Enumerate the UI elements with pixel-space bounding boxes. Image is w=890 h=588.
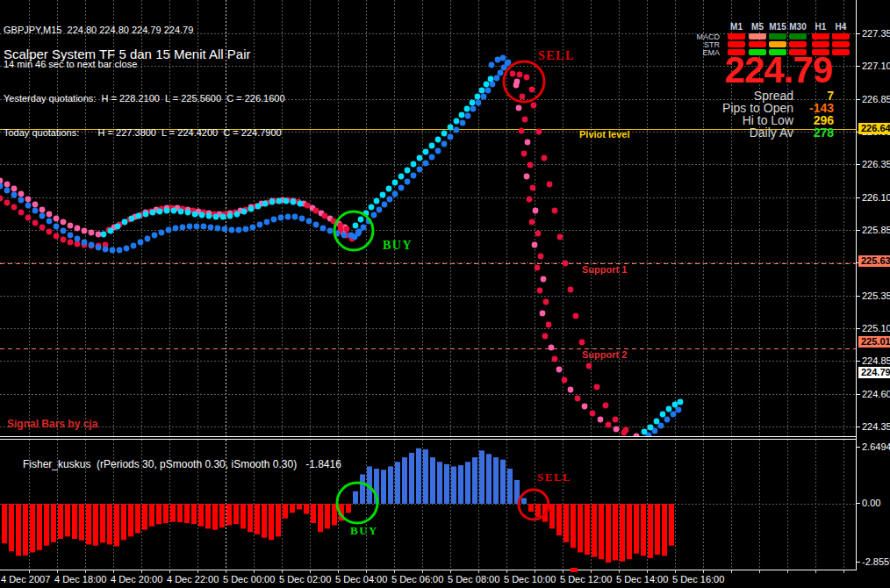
fisher-bar [648, 504, 653, 558]
pink-dot [47, 212, 53, 218]
fisher-bar [571, 504, 576, 548]
stat-label: Daily Av [750, 125, 793, 140]
blue-dot [494, 75, 500, 82]
blue-dot [18, 197, 25, 204]
crimson-dot [568, 287, 574, 293]
blue-dot [392, 191, 398, 197]
blue-dot [306, 219, 312, 225]
crimson-dot [517, 72, 523, 78]
fisher-bar [156, 504, 161, 524]
blue-dot [490, 82, 496, 88]
cyan-dot [255, 204, 262, 210]
blue-dot [138, 240, 144, 246]
price-tick-mark [856, 394, 860, 395]
crimson-dot [527, 197, 533, 203]
blue-dot [285, 214, 291, 220]
crimson-dot [552, 356, 558, 362]
fisher-bar [521, 498, 527, 504]
time-tick-label: 4 Dec 20:00 [111, 574, 162, 584]
cyan-dot [454, 118, 460, 125]
blue-dot [54, 224, 60, 230]
fisher-bar [507, 469, 513, 504]
time-tick-label: 5 Dec 12:00 [560, 574, 612, 584]
blue-dot [208, 225, 214, 231]
pink-dot [524, 174, 530, 180]
panel-separator-top[interactable] [0, 436, 856, 437]
crimson-dot [573, 313, 579, 319]
fisher-bar [479, 450, 484, 504]
tf-header-h1: H1 [810, 22, 831, 32]
blue-dot [417, 167, 423, 173]
cyan-dot [464, 106, 470, 112]
cyan-dot [642, 429, 648, 435]
signal-cell-macd-m1 [728, 33, 745, 39]
fisher-bar [30, 504, 35, 552]
blue-dot [4, 188, 11, 194]
time-tick-mark [226, 570, 226, 573]
blue-dot [320, 226, 327, 232]
blue-dot [435, 148, 441, 154]
blue-dot [405, 179, 411, 185]
price-tick-mark [856, 361, 860, 362]
price-tick-label: 226.35 [862, 159, 890, 169]
pink-dot [513, 82, 520, 89]
fisher-bar [262, 504, 267, 538]
time-tick-mark [338, 570, 339, 573]
blue-dot [299, 216, 305, 222]
crimson-dot [61, 237, 67, 243]
blue-dot [39, 213, 46, 219]
pink-dot [556, 367, 563, 373]
blue-dot [75, 236, 81, 242]
price-tick-label: 225.85 [862, 225, 890, 235]
fisher-bar [325, 504, 330, 528]
time-tick-mark [535, 570, 535, 573]
cyan-dot [672, 402, 678, 408]
cyan-dot [459, 112, 465, 118]
blue-dot [131, 243, 137, 249]
crimson-dot [563, 261, 569, 267]
tf-header-h4: H4 [830, 22, 851, 32]
fisher-bar [226, 504, 232, 526]
fisher-bar [578, 504, 583, 552]
fisher-bar [100, 504, 105, 542]
signal-cell-str-m30 [789, 41, 807, 47]
cyan-dot [143, 212, 149, 218]
fisher-bar [620, 504, 625, 562]
fisher-bar [86, 504, 91, 544]
fisher-bar [93, 504, 98, 546]
fisher-bar [163, 504, 169, 523]
fisher-indicator-label: Fisher_kuskus (rPeriods 30, pSmooth 0.30… [5, 446, 341, 483]
pink-dot [598, 417, 604, 423]
time-axis[interactable]: 4 Dec 20074 Dec 18:004 Dec 20:004 Dec 22… [0, 570, 890, 588]
blue-dot [257, 222, 263, 228]
price-tick-label: 224.35 [862, 421, 890, 432]
fisher-bar [128, 504, 133, 536]
blue-dot [222, 226, 228, 233]
price-tick-label: 226.85 [862, 94, 890, 104]
cyan-dot [429, 143, 435, 149]
crimson-dot [606, 422, 612, 428]
cyan-dot [353, 223, 359, 229]
fisher-bar [395, 462, 400, 504]
crimson-dot [542, 333, 549, 340]
signal-cell-str-m1 [728, 41, 745, 47]
fisher-panel[interactable]: SELLBUY Fisher_kuskus (rPeriods 30, pSmo… [0, 440, 856, 569]
time-tick-label: 5 Dec 08:00 [448, 574, 499, 584]
crimson-dot [552, 208, 558, 214]
fisher-tick-mark [856, 503, 860, 504]
mt4-terminal-window: SELLBUY Piviot levelSupport 1Support 2 S… [0, 0, 890, 588]
cyan-dot [448, 125, 454, 131]
fisher-bar [353, 491, 358, 504]
level-label: Support 2 [582, 349, 627, 360]
blue-dot [398, 185, 405, 191]
fisher-bar [177, 504, 183, 522]
fisher-bar [437, 462, 442, 504]
crimson-dot [536, 129, 542, 135]
crimson-dot [531, 103, 537, 109]
fisher-bar [634, 504, 639, 554]
fisher-tick-mark [856, 447, 860, 448]
fisher-bar [451, 466, 456, 504]
time-tick-mark [759, 570, 760, 573]
price-axis[interactable]: 227.35227.10226.85226.60226.35226.10225.… [857, 0, 890, 588]
blue-dot [476, 100, 482, 106]
